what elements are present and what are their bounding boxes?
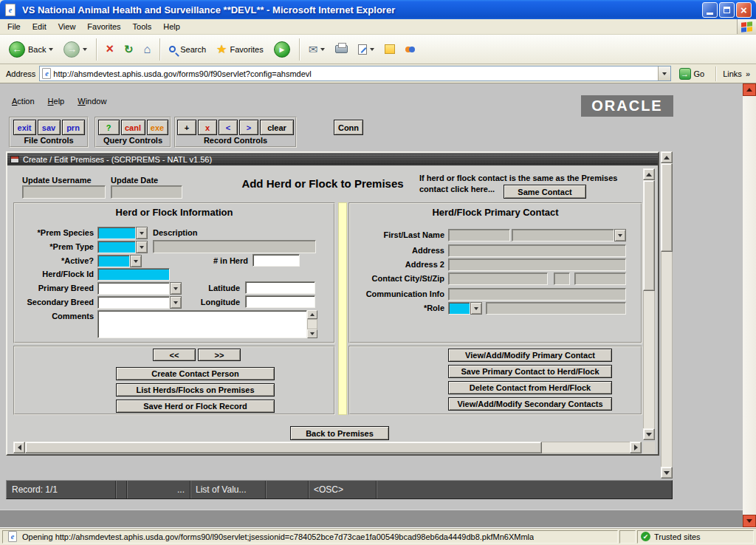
create-contact-person-button[interactable]: Create Contact Person bbox=[116, 367, 275, 380]
exit-button[interactable]: exit bbox=[13, 120, 36, 135]
address-input[interactable] bbox=[53, 67, 657, 80]
record-clear-button[interactable]: clear bbox=[260, 120, 294, 135]
save-button[interactable]: sav bbox=[38, 120, 61, 135]
field-role[interactable] bbox=[448, 302, 470, 315]
favorites-button[interactable]: Favorites bbox=[212, 37, 268, 62]
label-contact-address: Address bbox=[348, 246, 444, 255]
applet-menu-help[interactable]: Help bbox=[48, 97, 65, 106]
canvas-vscroll-up[interactable] bbox=[643, 168, 655, 180]
view-secondary-contacts-button[interactable]: View/Add/Modify Secondary Contacts bbox=[448, 397, 612, 411]
print-form-button[interactable]: prn bbox=[62, 120, 85, 135]
same-contact-button[interactable]: Same Contact bbox=[504, 185, 586, 199]
media-button[interactable] bbox=[269, 37, 295, 62]
back-to-premises-button[interactable]: Back to Premises bbox=[290, 426, 389, 440]
back-button[interactable]: Back bbox=[4, 37, 58, 62]
ie-page-icon bbox=[5, 4, 16, 16]
applet-menu-action[interactable]: Action bbox=[12, 97, 35, 106]
prem-type-dropdown[interactable] bbox=[136, 241, 148, 253]
browser-window: VS National Animal Health and Surveillan… bbox=[0, 0, 756, 545]
canvas-vscroll-thumb[interactable] bbox=[643, 180, 655, 291]
close-button[interactable] bbox=[736, 2, 752, 18]
menu-favorites[interactable]: Favorites bbox=[81, 20, 126, 33]
menu-help[interactable]: Help bbox=[157, 20, 186, 33]
links-chevron-icon[interactable]: » bbox=[746, 69, 753, 78]
field-comments[interactable] bbox=[97, 310, 307, 338]
role-dropdown[interactable] bbox=[470, 302, 482, 315]
secondary-breed-dropdown[interactable] bbox=[170, 296, 182, 309]
canvas-vscroll-down[interactable] bbox=[643, 428, 655, 440]
field-prem-type[interactable] bbox=[97, 241, 136, 253]
browser-scroll-up[interactable] bbox=[743, 83, 756, 96]
label-role: *Role bbox=[348, 304, 444, 312]
field-primary-breed[interactable] bbox=[97, 282, 170, 295]
applet-menu-window[interactable]: Window bbox=[78, 97, 106, 106]
record-prev-nav-button[interactable]: << bbox=[153, 349, 196, 361]
browser-vscrollbar[interactable] bbox=[743, 83, 756, 527]
discuss-button[interactable] bbox=[401, 37, 419, 62]
field-prem-species[interactable] bbox=[97, 227, 136, 239]
mail-dropdown-icon bbox=[320, 48, 325, 51]
maximize-button[interactable] bbox=[719, 2, 735, 18]
conn-button[interactable]: Conn bbox=[334, 120, 363, 135]
field-secondary-breed[interactable] bbox=[97, 296, 170, 309]
menu-view[interactable]: View bbox=[52, 20, 82, 33]
record-previous-button[interactable]: < bbox=[219, 120, 238, 135]
prem-species-dropdown[interactable] bbox=[136, 227, 148, 239]
canvas-hscroll-thumb[interactable] bbox=[25, 442, 542, 453]
field-latitude[interactable] bbox=[245, 281, 315, 294]
save-primary-contact-button[interactable]: Save Primary Contact to Herd/Flock bbox=[448, 365, 612, 378]
primary-breed-dropdown[interactable] bbox=[170, 282, 182, 295]
canvas-hscroll-left[interactable] bbox=[13, 442, 25, 453]
record-delete-button[interactable]: x bbox=[198, 120, 217, 135]
go-button[interactable]: Go bbox=[675, 66, 709, 82]
address-dropdown-button[interactable] bbox=[658, 66, 670, 80]
mdi-vscroll-down[interactable] bbox=[661, 467, 673, 479]
menu-file[interactable]: File bbox=[1, 20, 27, 33]
mdi-vscroll-thumb[interactable] bbox=[661, 163, 673, 252]
scrollbar-corner bbox=[643, 442, 655, 453]
oracle-logo: ORACLE bbox=[581, 95, 673, 117]
field-active[interactable] bbox=[97, 255, 130, 267]
save-herd-record-button[interactable]: Save Herd or Flock Record bbox=[116, 400, 275, 413]
comments-scroll-track[interactable] bbox=[307, 319, 317, 329]
query-enter-button[interactable]: ? bbox=[98, 120, 120, 135]
active-dropdown[interactable] bbox=[130, 255, 142, 267]
query-execute-button[interactable]: exe bbox=[147, 120, 168, 135]
field-longitude[interactable] bbox=[245, 295, 315, 308]
refresh-button[interactable] bbox=[120, 37, 138, 62]
messenger-note-button[interactable] bbox=[380, 37, 399, 62]
toolbar-separator bbox=[159, 38, 160, 61]
field-in-herd[interactable] bbox=[252, 254, 300, 267]
home-button[interactable] bbox=[140, 37, 156, 62]
back-dropdown-icon bbox=[49, 48, 53, 51]
print-button[interactable] bbox=[331, 37, 352, 62]
record-next-nav-button[interactable]: >> bbox=[198, 349, 241, 361]
browser-scroll-down[interactable] bbox=[743, 515, 756, 527]
name-dropdown[interactable] bbox=[614, 229, 626, 241]
mdi-vscroll-up[interactable] bbox=[661, 151, 673, 163]
links-label[interactable]: Links bbox=[723, 69, 742, 78]
delete-contact-button[interactable]: Delete Contact from Herd/Flock bbox=[448, 381, 612, 394]
field-update-username bbox=[22, 185, 106, 199]
list-herds-flocks-button[interactable]: List Herds/Flocks on Premises bbox=[116, 383, 275, 397]
edit-button[interactable] bbox=[354, 37, 379, 62]
menu-edit[interactable]: Edit bbox=[27, 20, 52, 33]
label-comments: Comments bbox=[13, 312, 94, 321]
field-first-name bbox=[448, 229, 510, 241]
search-button[interactable]: Search bbox=[165, 37, 210, 62]
mail-button[interactable] bbox=[304, 37, 330, 62]
menu-tools[interactable]: Tools bbox=[127, 20, 158, 33]
stop-button[interactable] bbox=[101, 37, 118, 62]
view-primary-contact-button[interactable]: View/Add/Modify Primary Contact bbox=[448, 349, 612, 362]
go-icon bbox=[679, 68, 691, 80]
query-cancel-button[interactable]: canl bbox=[121, 120, 145, 135]
canvas-hscroll-right[interactable] bbox=[630, 442, 642, 453]
record-next-button[interactable]: > bbox=[239, 120, 258, 135]
comments-scroll-down[interactable] bbox=[307, 329, 317, 338]
label-primary-breed: Primary Breed bbox=[13, 284, 94, 292]
forward-button[interactable] bbox=[59, 37, 92, 62]
field-herd-flock-id[interactable] bbox=[97, 268, 170, 281]
record-add-button[interactable]: + bbox=[177, 120, 196, 135]
minimize-button[interactable] bbox=[702, 2, 718, 18]
comments-scroll-up[interactable] bbox=[307, 310, 317, 319]
